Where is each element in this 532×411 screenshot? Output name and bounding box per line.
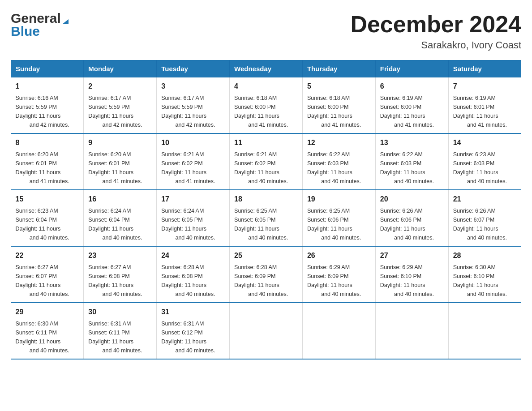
day-info: Sunrise: 6:25 AMSunset: 6:06 PMDaylight:… xyxy=(307,206,371,242)
day-info: Sunrise: 6:22 AMSunset: 6:03 PMDaylight:… xyxy=(380,150,444,186)
day-number: 26 xyxy=(307,250,371,261)
calendar-cell: 18Sunrise: 6:25 AMSunset: 6:05 PMDayligh… xyxy=(230,190,303,246)
day-number: 5 xyxy=(307,81,371,92)
calendar-cell: 15Sunrise: 6:23 AMSunset: 6:04 PMDayligh… xyxy=(11,190,84,246)
calendar-cell: 13Sunrise: 6:22 AMSunset: 6:03 PMDayligh… xyxy=(375,133,448,190)
day-number: 18 xyxy=(234,194,298,205)
col-wednesday: Wednesday xyxy=(230,60,303,77)
col-thursday: Thursday xyxy=(302,60,375,77)
day-info: Sunrise: 6:17 AMSunset: 5:59 PMDaylight:… xyxy=(88,94,152,129)
calendar-cell: 31Sunrise: 6:31 AMSunset: 6:12 PMDayligh… xyxy=(157,303,230,359)
calendar-cell: 12Sunrise: 6:22 AMSunset: 6:03 PMDayligh… xyxy=(302,133,375,190)
day-info: Sunrise: 6:18 AMSunset: 6:00 PMDaylight:… xyxy=(234,94,298,129)
calendar-cell: 2Sunrise: 6:17 AMSunset: 5:59 PMDaylight… xyxy=(84,77,157,134)
day-info: Sunrise: 6:23 AMSunset: 6:04 PMDaylight:… xyxy=(16,206,79,242)
day-info: Sunrise: 6:31 AMSunset: 6:12 PMDaylight:… xyxy=(161,319,225,355)
day-info: Sunrise: 6:24 AMSunset: 6:04 PMDaylight:… xyxy=(88,206,152,242)
calendar-cell xyxy=(448,303,521,359)
day-number: 29 xyxy=(16,307,79,317)
day-number: 8 xyxy=(16,137,79,148)
day-info: Sunrise: 6:19 AMSunset: 6:00 PMDaylight:… xyxy=(380,94,444,129)
col-monday: Monday xyxy=(84,60,157,77)
day-info: Sunrise: 6:28 AMSunset: 6:09 PMDaylight:… xyxy=(234,263,298,299)
day-number: 23 xyxy=(88,250,152,261)
day-info: Sunrise: 6:30 AMSunset: 6:11 PMDaylight:… xyxy=(16,319,79,355)
day-info: Sunrise: 6:29 AMSunset: 6:09 PMDaylight:… xyxy=(307,263,371,299)
logo-blue-text: Blue xyxy=(11,24,40,39)
calendar-cell: 11Sunrise: 6:21 AMSunset: 6:02 PMDayligh… xyxy=(230,133,303,190)
calendar-cell xyxy=(230,303,303,359)
day-info: Sunrise: 6:26 AMSunset: 6:06 PMDaylight:… xyxy=(380,206,444,242)
day-number: 24 xyxy=(161,250,225,261)
day-number: 21 xyxy=(453,194,517,205)
calendar-cell xyxy=(375,303,448,359)
calendar-week-1: 1Sunrise: 6:16 AMSunset: 5:59 PMDaylight… xyxy=(11,77,521,134)
calendar-cell xyxy=(302,303,375,359)
day-info: Sunrise: 6:25 AMSunset: 6:05 PMDaylight:… xyxy=(234,206,298,242)
day-info: Sunrise: 6:26 AMSunset: 6:07 PMDaylight:… xyxy=(453,206,517,242)
calendar-cell: 27Sunrise: 6:29 AMSunset: 6:10 PMDayligh… xyxy=(375,246,448,303)
day-info: Sunrise: 6:16 AMSunset: 5:59 PMDaylight:… xyxy=(16,94,79,129)
col-friday: Friday xyxy=(375,60,448,77)
calendar-cell: 28Sunrise: 6:30 AMSunset: 6:10 PMDayligh… xyxy=(448,246,521,303)
day-number: 17 xyxy=(161,194,225,205)
calendar-cell: 9Sunrise: 6:20 AMSunset: 6:01 PMDaylight… xyxy=(84,133,157,190)
calendar-week-5: 29Sunrise: 6:30 AMSunset: 6:11 PMDayligh… xyxy=(11,303,521,359)
calendar-cell: 29Sunrise: 6:30 AMSunset: 6:11 PMDayligh… xyxy=(11,303,84,359)
page-header: General Blue December 2024 Sarakakro, Iv… xyxy=(11,11,521,51)
calendar-cell: 25Sunrise: 6:28 AMSunset: 6:09 PMDayligh… xyxy=(230,246,303,303)
day-info: Sunrise: 6:24 AMSunset: 6:05 PMDaylight:… xyxy=(161,206,225,242)
calendar-week-3: 15Sunrise: 6:23 AMSunset: 6:04 PMDayligh… xyxy=(11,190,521,246)
calendar-cell: 20Sunrise: 6:26 AMSunset: 6:06 PMDayligh… xyxy=(375,190,448,246)
calendar-week-2: 8Sunrise: 6:20 AMSunset: 6:01 PMDaylight… xyxy=(11,133,521,190)
day-info: Sunrise: 6:20 AMSunset: 6:01 PMDaylight:… xyxy=(16,150,79,186)
logo: General Blue xyxy=(11,11,69,39)
day-number: 1 xyxy=(16,81,79,92)
day-info: Sunrise: 6:19 AMSunset: 6:01 PMDaylight:… xyxy=(453,94,517,129)
calendar-cell: 19Sunrise: 6:25 AMSunset: 6:06 PMDayligh… xyxy=(302,190,375,246)
day-number: 9 xyxy=(88,137,152,148)
day-number: 13 xyxy=(380,137,444,148)
day-info: Sunrise: 6:28 AMSunset: 6:08 PMDaylight:… xyxy=(161,263,225,299)
day-number: 6 xyxy=(380,81,444,92)
day-number: 14 xyxy=(453,137,517,148)
calendar-body: 1Sunrise: 6:16 AMSunset: 5:59 PMDaylight… xyxy=(11,77,521,360)
day-number: 28 xyxy=(453,250,517,261)
day-number: 4 xyxy=(234,81,298,92)
col-tuesday: Tuesday xyxy=(157,60,230,77)
day-info: Sunrise: 6:17 AMSunset: 5:59 PMDaylight:… xyxy=(161,94,225,129)
col-sunday: Sunday xyxy=(11,60,84,77)
calendar-cell: 22Sunrise: 6:27 AMSunset: 6:07 PMDayligh… xyxy=(11,246,84,303)
calendar-cell: 5Sunrise: 6:18 AMSunset: 6:00 PMDaylight… xyxy=(302,77,375,134)
calendar-cell: 17Sunrise: 6:24 AMSunset: 6:05 PMDayligh… xyxy=(157,190,230,246)
day-info: Sunrise: 6:21 AMSunset: 6:02 PMDaylight:… xyxy=(161,150,225,186)
calendar-subtitle: Sarakakro, Ivory Coast xyxy=(350,39,521,51)
calendar-header: Sunday Monday Tuesday Wednesday Thursday… xyxy=(11,60,521,77)
day-number: 11 xyxy=(234,137,298,148)
day-info: Sunrise: 6:20 AMSunset: 6:01 PMDaylight:… xyxy=(88,150,152,186)
calendar-cell: 10Sunrise: 6:21 AMSunset: 6:02 PMDayligh… xyxy=(157,133,230,190)
calendar-cell: 6Sunrise: 6:19 AMSunset: 6:00 PMDaylight… xyxy=(375,77,448,134)
calendar-cell: 24Sunrise: 6:28 AMSunset: 6:08 PMDayligh… xyxy=(157,246,230,303)
calendar-cell: 16Sunrise: 6:24 AMSunset: 6:04 PMDayligh… xyxy=(84,190,157,246)
calendar-cell: 30Sunrise: 6:31 AMSunset: 6:11 PMDayligh… xyxy=(84,303,157,359)
day-info: Sunrise: 6:27 AMSunset: 6:07 PMDaylight:… xyxy=(16,263,79,299)
day-number: 25 xyxy=(234,250,298,261)
day-info: Sunrise: 6:30 AMSunset: 6:10 PMDaylight:… xyxy=(453,263,517,299)
logo-triangle-icon xyxy=(62,14,69,24)
day-number: 15 xyxy=(16,194,79,205)
calendar-week-4: 22Sunrise: 6:27 AMSunset: 6:07 PMDayligh… xyxy=(11,246,521,303)
calendar-cell: 3Sunrise: 6:17 AMSunset: 5:59 PMDaylight… xyxy=(157,77,230,134)
calendar-cell: 26Sunrise: 6:29 AMSunset: 6:09 PMDayligh… xyxy=(302,246,375,303)
calendar-cell: 14Sunrise: 6:23 AMSunset: 6:03 PMDayligh… xyxy=(448,133,521,190)
day-info: Sunrise: 6:29 AMSunset: 6:10 PMDaylight:… xyxy=(380,263,444,299)
day-number: 20 xyxy=(380,194,444,205)
col-saturday: Saturday xyxy=(448,60,521,77)
title-block: December 2024 Sarakakro, Ivory Coast xyxy=(350,11,521,51)
calendar-cell: 8Sunrise: 6:20 AMSunset: 6:01 PMDaylight… xyxy=(11,133,84,190)
day-number: 30 xyxy=(88,307,152,317)
day-info: Sunrise: 6:23 AMSunset: 6:03 PMDaylight:… xyxy=(453,150,517,186)
day-number: 10 xyxy=(161,137,225,148)
calendar-cell: 7Sunrise: 6:19 AMSunset: 6:01 PMDaylight… xyxy=(448,77,521,134)
day-number: 31 xyxy=(161,307,225,317)
